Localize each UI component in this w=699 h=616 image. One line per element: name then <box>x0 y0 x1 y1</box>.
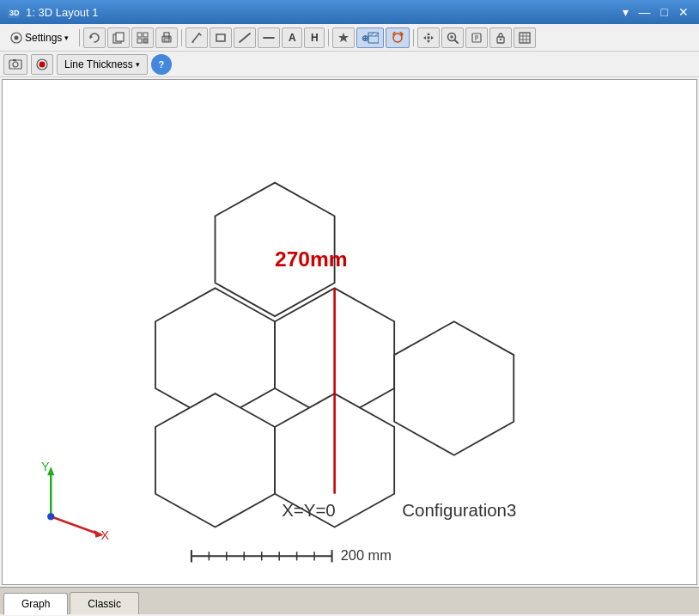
undo-button[interactable] <box>465 27 488 48</box>
tab-graph-label: Graph <box>21 598 50 610</box>
hexagon-bottom-left <box>155 393 275 527</box>
anchor-button[interactable] <box>332 27 355 48</box>
rectangle-icon <box>215 32 227 44</box>
y-axis-label: Y <box>41 460 50 473</box>
zoom-button[interactable] <box>441 27 464 48</box>
screenshot-button[interactable] <box>3 54 27 75</box>
svg-text:3D: 3D <box>9 9 20 17</box>
svg-text:⊕: ⊕ <box>362 34 368 43</box>
svg-marker-27 <box>402 33 404 36</box>
toolbar1: Settings ▾ <box>0 24 699 52</box>
copy-button[interactable] <box>107 27 130 48</box>
hexagon-right <box>394 321 514 454</box>
settings-icon <box>10 32 22 44</box>
help-button[interactable]: ? <box>151 54 172 75</box>
line-thickness-button[interactable]: Line Thickness ▾ <box>57 54 148 75</box>
x-axis <box>51 516 99 534</box>
toolbar-separator-2 <box>181 29 182 46</box>
grid-button[interactable] <box>131 27 154 48</box>
tab-bar: Graph Classic <box>0 587 699 614</box>
record-button[interactable] <box>31 54 53 75</box>
svg-point-42 <box>500 38 501 40</box>
tab-graph[interactable]: Graph <box>3 593 68 615</box>
toolbar2: Line Thickness ▾ ? <box>0 52 699 77</box>
svg-point-3 <box>15 35 19 40</box>
svg-rect-13 <box>164 39 169 41</box>
screenshot-icon <box>9 58 22 70</box>
line-button[interactable] <box>234 27 256 48</box>
svg-marker-30 <box>423 36 426 40</box>
zoom-icon <box>447 32 459 44</box>
title-bar-left: 3D 1: 3D Layout 1 <box>7 5 99 19</box>
gridall-button[interactable] <box>514 27 536 48</box>
toolbar-separator-3 <box>328 29 329 46</box>
rotate-button[interactable] <box>386 27 410 48</box>
close-button[interactable]: ✕ <box>675 5 692 19</box>
dropdown-icon[interactable]: ▾ <box>619 5 632 19</box>
z-axis-dot <box>47 513 54 520</box>
text-button[interactable]: A <box>282 27 302 48</box>
record-icon <box>36 58 48 70</box>
svg-line-34 <box>455 40 459 43</box>
refresh-button[interactable] <box>83 27 106 48</box>
svg-rect-43 <box>520 33 530 43</box>
measurement-label: 270mm <box>275 247 348 271</box>
svg-marker-28 <box>427 33 430 35</box>
svg-rect-6 <box>116 33 124 41</box>
move-icon <box>422 32 435 44</box>
undo-icon <box>471 32 483 44</box>
config-label: Configuration3 <box>402 500 516 520</box>
grid-icon <box>137 32 149 44</box>
svg-line-15 <box>192 34 199 42</box>
print-button[interactable] <box>155 27 178 48</box>
svg-rect-10 <box>143 39 148 43</box>
tab-classic-label: Classic <box>88 598 121 610</box>
minimize-button[interactable]: — <box>635 5 654 19</box>
pencil-button[interactable] <box>185 27 208 48</box>
window-title: 1: 3D Layout 1 <box>26 6 99 19</box>
svg-point-52 <box>40 61 46 67</box>
svg-rect-50 <box>13 59 16 61</box>
tab-classic[interactable]: Classic <box>70 592 139 614</box>
3d-view-button[interactable]: ⊕ <box>356 27 384 48</box>
refresh-icon <box>88 32 100 44</box>
x-axis-label: X <box>101 528 110 542</box>
svg-rect-8 <box>143 33 148 37</box>
lock-icon <box>495 32 507 44</box>
hline-icon <box>263 32 275 44</box>
marker-button[interactable]: H <box>304 27 325 48</box>
app-icon: 3D <box>7 5 21 19</box>
svg-point-26 <box>393 34 402 42</box>
rotate-icon <box>391 32 404 44</box>
settings-dropdown-arrow: ▾ <box>64 34 69 42</box>
svg-rect-18 <box>216 34 225 41</box>
svg-rect-32 <box>428 36 430 39</box>
svg-line-16 <box>199 34 201 35</box>
svg-marker-29 <box>427 40 430 43</box>
hline-button[interactable] <box>258 27 280 48</box>
anchor-icon <box>337 32 350 44</box>
lock-button[interactable] <box>489 27 512 48</box>
settings-label: Settings <box>25 32 62 44</box>
svg-line-19 <box>240 34 250 42</box>
line-icon <box>239 32 251 44</box>
svg-point-14 <box>168 37 170 39</box>
scale-label: 200 mm <box>341 547 392 563</box>
help-label: ? <box>158 59 164 70</box>
line-thickness-arrow: ▾ <box>136 60 140 69</box>
line-thickness-label: Line Thickness <box>64 58 133 70</box>
3d-view-icon: ⊕ <box>362 32 379 44</box>
move-button[interactable] <box>417 27 440 48</box>
toolbar-separator-4 <box>413 29 414 46</box>
title-bar: 3D 1: 3D Layout 1 ▾ — □ ✕ <box>0 0 699 24</box>
svg-rect-7 <box>137 33 142 37</box>
rectangle-button[interactable] <box>210 27 232 48</box>
main-svg: 270mm X=Y=0 Configuration3 Y X <box>3 80 696 584</box>
print-icon <box>161 32 173 44</box>
svg-marker-31 <box>431 36 434 40</box>
maximize-button[interactable]: □ <box>658 5 672 19</box>
title-bar-controls: ▾ — □ ✕ <box>619 5 692 19</box>
xy-label: X=Y=0 <box>282 500 336 520</box>
svg-point-49 <box>13 62 18 67</box>
settings-button[interactable]: Settings ▾ <box>3 30 76 46</box>
